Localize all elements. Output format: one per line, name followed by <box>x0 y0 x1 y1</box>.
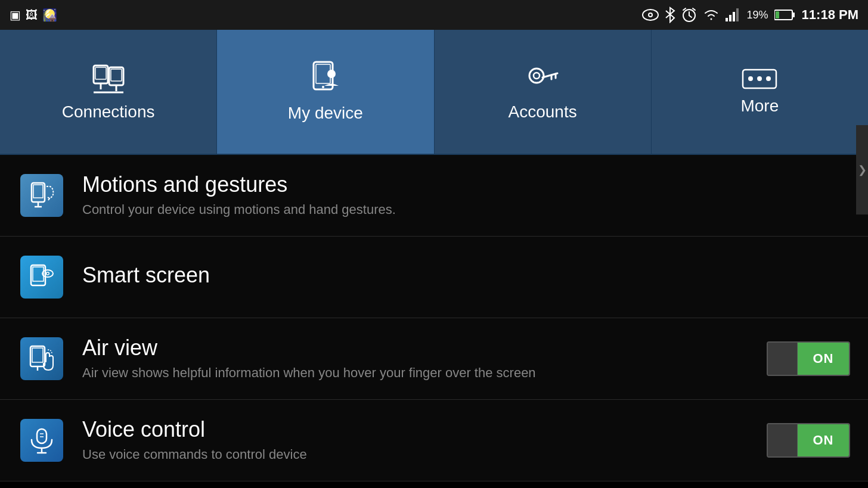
voice-control-text: Voice control Use voice commands to cont… <box>82 417 767 464</box>
more-icon <box>742 69 777 89</box>
motions-title: Motions and gestures <box>82 172 850 197</box>
scroll-arrow-icon: ❯ <box>858 163 867 176</box>
svg-rect-7 <box>736 8 739 21</box>
smart-screen-icon <box>20 256 63 299</box>
tab-connections-label: Connections <box>62 102 155 122</box>
smart-screen-icon-container <box>18 253 66 301</box>
status-bar-right: 19% 11:18 PM <box>642 7 858 23</box>
voice-control-subtitle: Use voice commands to control device <box>82 446 767 464</box>
air-view-icon-container <box>18 335 66 383</box>
voice-control-icon <box>20 419 63 462</box>
air-view-icon <box>20 337 63 380</box>
svg-rect-6 <box>733 12 735 21</box>
smart-screen-text: Smart screen <box>82 263 850 291</box>
air-view-toggle[interactable]: ON <box>767 341 850 376</box>
svg-point-30 <box>757 76 762 81</box>
svg-point-24 <box>534 73 540 79</box>
svg-rect-44 <box>37 429 46 443</box>
voice-control-toggle[interactable]: ON <box>767 423 850 458</box>
voice-toggle-off-part <box>768 424 798 456</box>
main-content: Motions and gestures Control your device… <box>0 155 868 481</box>
alarm-icon <box>681 7 697 23</box>
battery-percentage: 19% <box>747 9 768 21</box>
voicemail-icon: ▣ <box>10 8 21 22</box>
wifi-icon <box>703 8 720 21</box>
smart-screen-title: Smart screen <box>82 263 850 288</box>
nav-tabs: Connections My device Accounts <box>0 30 868 155</box>
motions-icon-container <box>18 172 66 219</box>
status-bar: ▣ 🖼 🎑 <box>0 0 868 30</box>
settings-item-voice-control[interactable]: Voice control Use voice commands to cont… <box>0 400 868 481</box>
voice-control-icon-container <box>18 416 66 464</box>
settings-item-air-view[interactable]: Air view Air view shows helpful informat… <box>0 318 868 400</box>
tab-my-device-label: My device <box>288 104 363 123</box>
my-device-icon <box>309 61 342 97</box>
svg-point-23 <box>529 69 544 83</box>
tab-more-label: More <box>740 97 779 116</box>
status-time: 11:18 PM <box>802 7 858 23</box>
voice-control-title: Voice control <box>82 417 767 442</box>
tab-accounts[interactable]: Accounts <box>435 30 652 154</box>
status-bar-left: ▣ 🖼 🎑 <box>10 8 57 22</box>
tab-my-device[interactable]: My device <box>217 30 434 154</box>
settings-item-smart-screen[interactable]: Smart screen <box>0 237 868 318</box>
voice-toggle-on-label: ON <box>798 424 849 456</box>
svg-point-40 <box>47 273 49 275</box>
svg-rect-4 <box>726 18 728 21</box>
svg-point-21 <box>322 86 324 88</box>
air-view-subtitle: Air view shows helpful information when … <box>82 364 767 383</box>
motions-text: Motions and gestures Control your device… <box>82 172 850 219</box>
svg-point-31 <box>766 76 771 81</box>
signal-icon <box>726 8 741 21</box>
motions-icon <box>20 174 63 217</box>
tab-connections[interactable]: Connections <box>0 30 217 154</box>
toggle-on-label: ON <box>798 343 849 375</box>
svg-point-29 <box>748 76 753 81</box>
svg-rect-42 <box>32 348 43 362</box>
image-icon: 🖼 <box>26 8 38 22</box>
smart-stay-icon <box>642 8 659 21</box>
svg-rect-33 <box>33 185 43 198</box>
svg-point-22 <box>327 70 336 78</box>
svg-rect-15 <box>111 69 122 81</box>
gallery-icon: 🎑 <box>42 8 57 22</box>
accounts-icon <box>525 63 560 95</box>
settings-item-motions[interactable]: Motions and gestures Control your device… <box>0 155 868 237</box>
scroll-indicator[interactable]: ❯ <box>856 125 868 215</box>
connections-icon <box>91 63 126 95</box>
svg-rect-5 <box>729 15 731 21</box>
tab-accounts-label: Accounts <box>509 102 577 122</box>
svg-rect-10 <box>776 11 779 18</box>
air-view-text: Air view Air view shows helpful informat… <box>82 335 767 383</box>
svg-point-2 <box>649 14 652 16</box>
air-view-title: Air view <box>82 335 767 360</box>
motions-subtitle: Control your device using motions and ha… <box>82 201 850 219</box>
battery-icon <box>774 9 796 21</box>
tab-more[interactable]: More <box>652 30 868 154</box>
bluetooth-icon <box>665 7 675 23</box>
svg-rect-9 <box>792 13 795 17</box>
toggle-off-part <box>768 343 798 375</box>
svg-rect-12 <box>95 67 106 79</box>
